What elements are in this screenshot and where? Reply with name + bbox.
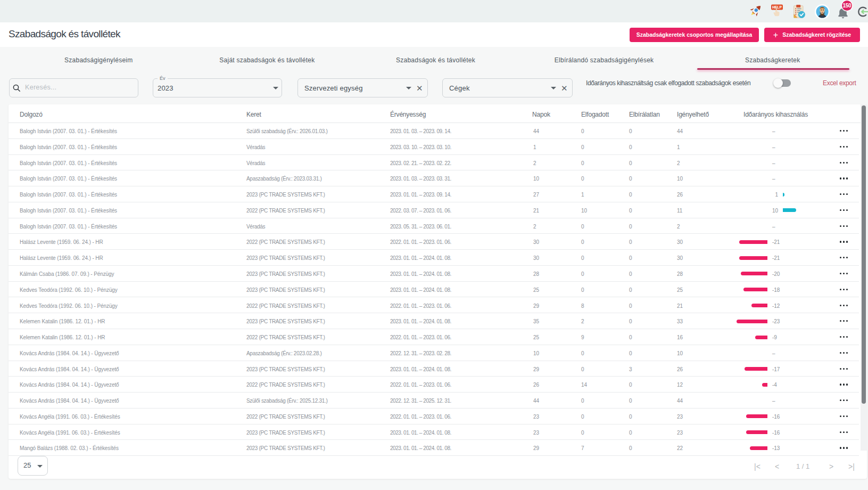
svg-text:HELP: HELP <box>772 5 782 9</box>
